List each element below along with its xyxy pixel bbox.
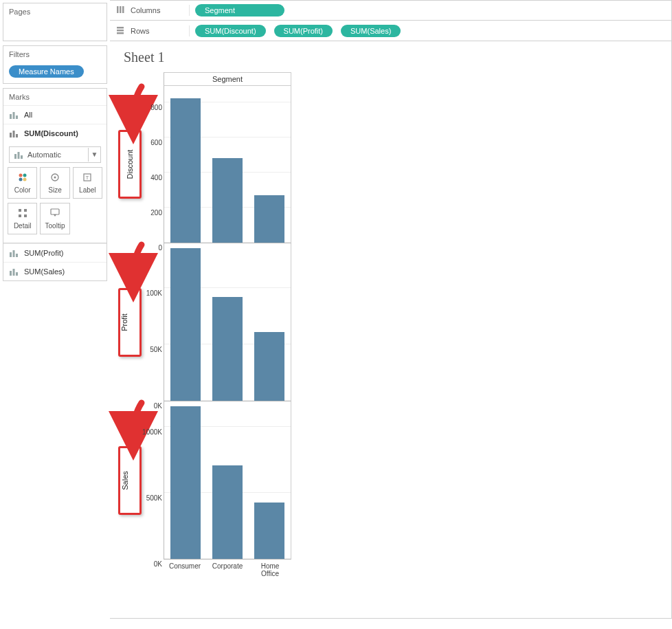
bar-icon (9, 110, 19, 120)
svg-rect-32 (117, 30, 124, 32)
y-tick-label: 0K (154, 560, 162, 568)
sidebar: Pages Filters Measure Names Marks All SU… (0, 0, 110, 619)
bar[interactable] (254, 195, 284, 243)
svg-rect-0 (10, 114, 12, 119)
svg-rect-20 (24, 214, 27, 217)
svg-point-14 (54, 177, 56, 179)
bar[interactable] (212, 465, 243, 559)
bar-icon (9, 129, 19, 138)
main-area: Columns Segment Rows SUM(Discount) SUM(P… (110, 0, 672, 619)
bar[interactable] (170, 248, 201, 401)
svg-point-11 (19, 178, 22, 181)
x-tick-label: HomeOffice (249, 560, 291, 577)
marks-all-label: All (24, 111, 32, 119)
bar-icon (9, 248, 19, 258)
y-tick-label: 800 (150, 103, 162, 111)
svg-rect-24 (16, 254, 18, 257)
bar[interactable] (254, 332, 284, 401)
marks-label-label: Label (79, 186, 96, 194)
marks-size-button[interactable]: Size (40, 167, 69, 199)
bar[interactable] (254, 503, 284, 559)
svg-rect-29 (120, 6, 122, 13)
y-tick-label: 100K (146, 289, 162, 296)
marks-active-label: SUM(Discount) (24, 129, 78, 137)
detail-icon (17, 208, 28, 220)
columns-shelf[interactable]: Columns Segment (110, 0, 672, 21)
marks-active-row[interactable]: SUM(Discount) (3, 124, 107, 142)
svg-rect-8 (21, 155, 23, 159)
svg-rect-27 (16, 272, 18, 276)
marks-detail-button[interactable]: Detail (8, 203, 37, 234)
marks-sub-row-profit[interactable]: SUM(Profit) (3, 243, 107, 262)
svg-rect-18 (19, 214, 21, 217)
svg-rect-28 (117, 6, 119, 13)
svg-point-12 (23, 178, 26, 181)
svg-rect-7 (18, 152, 20, 159)
filter-pill-measure-names[interactable]: Measure Names (9, 65, 84, 78)
marks-all-row[interactable]: All (3, 105, 107, 124)
columns-icon (115, 5, 125, 16)
rows-label: Rows (131, 27, 150, 35)
rows-shelf[interactable]: Rows SUM(Discount) SUM(Profit) SUM(Sales… (110, 21, 672, 41)
chevron-down-icon[interactable]: ▼ (88, 148, 100, 162)
bar-icon (14, 150, 23, 159)
marks-sub-label: SUM(Profit) (24, 249, 63, 257)
marks-size-label: Size (48, 186, 61, 194)
y-tick-label: 400 (150, 173, 162, 181)
svg-rect-17 (19, 209, 21, 212)
row-pill-discount[interactable]: SUM(Discount) (195, 25, 266, 37)
chart-facet: Discount0200400600800 (120, 85, 666, 243)
mark-type-dropdown[interactable]: Automatic ▼ (9, 146, 101, 163)
svg-rect-30 (122, 6, 124, 13)
row-pill-sales[interactable]: SUM(Sales) (341, 25, 401, 37)
marks-sub-label: SUM(Sales) (24, 267, 65, 276)
columns-label: Columns (131, 6, 160, 14)
bar[interactable] (170, 406, 201, 559)
svg-rect-25 (10, 271, 12, 276)
bar[interactable] (170, 98, 201, 243)
y-tick-label: 600 (150, 138, 162, 146)
plot-area[interactable] (164, 85, 291, 243)
svg-point-10 (23, 174, 26, 177)
tooltip-icon (49, 208, 60, 220)
svg-point-9 (19, 174, 22, 177)
svg-rect-23 (13, 250, 15, 257)
row-pill-profit[interactable]: SUM(Profit) (274, 25, 333, 37)
svg-rect-31 (117, 27, 124, 29)
pages-shelf[interactable]: Pages (3, 3, 107, 41)
filters-title: Filters (3, 46, 107, 63)
svg-rect-21 (51, 209, 59, 214)
sheet-title[interactable]: Sheet 1 (124, 49, 666, 65)
marks-color-label: Color (14, 186, 31, 194)
size-icon (49, 172, 60, 184)
plot-area[interactable] (164, 401, 291, 560)
svg-rect-4 (13, 131, 15, 137)
svg-rect-33 (117, 32, 124, 34)
color-icon (17, 172, 28, 184)
marks-tooltip-button[interactable]: Tooltip (40, 203, 69, 234)
column-pill-segment[interactable]: Segment (195, 4, 284, 16)
y-tick-label: 1000K (142, 428, 162, 436)
marks-sub-row-sales[interactable]: SUM(Sales) (3, 262, 107, 280)
plot-area[interactable] (164, 243, 291, 401)
svg-rect-6 (14, 154, 16, 159)
x-tick-label: Corporate (206, 560, 249, 577)
bar[interactable] (212, 158, 243, 243)
chart-facet: Profit0K50K100K (120, 243, 666, 401)
filters-shelf[interactable]: Filters Measure Names (3, 45, 107, 84)
bar[interactable] (212, 297, 243, 401)
marks-label-button[interactable]: T Label (73, 167, 102, 199)
svg-text:T: T (86, 175, 89, 181)
label-icon: T (82, 172, 93, 184)
marks-color-button[interactable]: Color (8, 167, 37, 199)
svg-rect-5 (16, 134, 18, 137)
marks-tooltip-label: Tooltip (45, 222, 65, 230)
svg-rect-2 (16, 115, 18, 119)
svg-rect-3 (10, 133, 12, 137)
y-tick-label: 500K (146, 494, 162, 502)
marks-card: Marks All SUM(Discount) Automatic (3, 88, 107, 281)
marks-title: Marks (3, 89, 107, 105)
mark-type-label: Automatic (27, 151, 61, 159)
rows-icon (115, 25, 125, 36)
svg-rect-19 (24, 209, 27, 212)
